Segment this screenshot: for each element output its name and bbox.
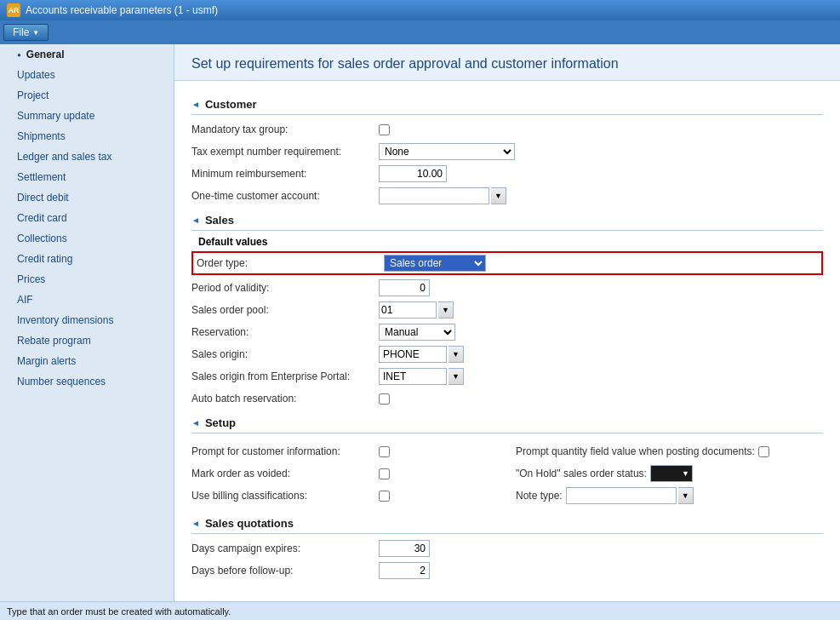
- file-menu-button[interactable]: File ▼: [3, 24, 49, 41]
- sidebar-item-general[interactable]: General: [0, 44, 174, 65]
- sales-quotations-collapse-icon[interactable]: ◄: [191, 519, 200, 528]
- sidebar-item-ledger-sales-tax[interactable]: Ledger and sales tax: [0, 146, 174, 167]
- sales-origin-row: Sales origin: ▼: [191, 345, 823, 364]
- period-validity-input[interactable]: [379, 279, 430, 296]
- order-type-row: Order type: Sales order Journal Subscrip…: [191, 251, 823, 275]
- days-campaign-expires-input[interactable]: [379, 540, 430, 557]
- one-time-customer-dropdown-btn[interactable]: ▼: [491, 187, 506, 204]
- sidebar-item-label: Project: [17, 89, 49, 101]
- sales-order-pool-input[interactable]: [379, 301, 437, 319]
- mark-order-voided-checkbox[interactable]: [379, 468, 390, 479]
- sidebar-item-credit-rating[interactable]: Credit rating: [0, 249, 174, 269]
- prompt-customer-info-row: Prompt for customer information:: [191, 442, 499, 461]
- note-type-input[interactable]: [566, 487, 677, 504]
- sidebar-item-label: Credit rating: [17, 253, 72, 265]
- on-hold-status-control: ▼: [650, 465, 693, 482]
- sidebar-item-aif[interactable]: AIF: [0, 290, 174, 310]
- sidebar-item-collections[interactable]: Collections: [0, 228, 174, 249]
- title-bar: AR Accounts receivable parameters (1 - u…: [0, 0, 840, 20]
- note-type-dropdown-btn[interactable]: ▼: [678, 487, 694, 504]
- prompt-quantity-row: Prompt quantity field value when posting…: [516, 442, 823, 461]
- sidebar-item-prices[interactable]: Prices: [0, 269, 174, 290]
- period-validity-control: [379, 279, 430, 296]
- prompt-customer-info-control: [379, 446, 390, 457]
- prompt-customer-info-checkbox[interactable]: [379, 446, 390, 457]
- days-before-followup-input[interactable]: [379, 562, 430, 579]
- mandatory-tax-group-label: Mandatory tax group:: [191, 123, 379, 135]
- sidebar-item-label: Summary update: [17, 110, 94, 122]
- one-time-customer-label: One-time customer account:: [191, 190, 379, 202]
- days-before-followup-row: Days before follow-up:: [191, 561, 823, 580]
- setup-two-col: Prompt for customer information: Mark or…: [191, 439, 823, 508]
- tax-exempt-select[interactable]: None Required Optional: [379, 143, 515, 160]
- use-billing-class-checkbox[interactable]: [379, 491, 390, 502]
- collapse-icon[interactable]: ◄: [191, 100, 200, 109]
- sales-order-pool-dropdown-btn[interactable]: ▼: [438, 301, 454, 319]
- mandatory-tax-group-checkbox[interactable]: [379, 124, 390, 135]
- sidebar-item-direct-debit[interactable]: Direct debit: [0, 187, 174, 208]
- sales-origin-portal-dropdown-btn[interactable]: ▼: [449, 368, 464, 385]
- note-type-label: Note type:: [516, 490, 563, 502]
- sidebar-item-summary-update[interactable]: Summary update: [0, 106, 174, 126]
- sidebar-item-label: Updates: [17, 69, 55, 81]
- sales-origin-dropdown-btn[interactable]: ▼: [449, 346, 464, 363]
- min-reimbursement-input[interactable]: [379, 165, 447, 182]
- use-billing-class-row: Use billing classifications:: [191, 486, 499, 505]
- sales-origin-portal-row: Sales origin from Enterprise Portal: ▼: [191, 367, 823, 386]
- order-type-label: Order type:: [197, 257, 384, 269]
- sidebar-item-number-sequences[interactable]: Number sequences: [0, 371, 174, 392]
- period-validity-label: Period of validity:: [191, 282, 379, 294]
- tax-exempt-label: Tax exempt number requirement:: [191, 146, 379, 158]
- app-container: General Updates Project Summary update S…: [0, 44, 840, 601]
- tax-exempt-row: Tax exempt number requirement: None Requ…: [191, 142, 823, 161]
- min-reimbursement-row: Minimum reimbursement:: [191, 164, 823, 183]
- days-campaign-expires-row: Days campaign expires:: [191, 539, 823, 558]
- main-content: Set up requirements for sales order appr…: [174, 44, 840, 601]
- min-reimbursement-label: Minimum reimbursement:: [191, 168, 379, 180]
- status-bar: Type that an order must be created with …: [0, 601, 840, 620]
- auto-batch-reservation-row: Auto batch reservation:: [191, 389, 823, 408]
- mark-order-voided-label: Mark order as voided:: [191, 468, 379, 479]
- sales-collapse-icon[interactable]: ◄: [191, 215, 200, 225]
- sidebar-item-updates[interactable]: Updates: [0, 65, 174, 85]
- sidebar: General Updates Project Summary update S…: [0, 44, 174, 601]
- one-time-customer-row: One-time customer account: ▼: [191, 187, 823, 205]
- sidebar-item-label: Rebate program: [17, 335, 91, 347]
- sidebar-item-label: Prices: [17, 273, 45, 285]
- sidebar-item-settlement[interactable]: Settlement: [0, 167, 174, 187]
- reservation-select[interactable]: Manual Automatic: [379, 324, 455, 341]
- sidebar-item-margin-alerts[interactable]: Margin alerts: [0, 351, 174, 371]
- setup-collapse-icon[interactable]: ◄: [191, 418, 200, 428]
- one-time-customer-control: ▼: [379, 187, 506, 204]
- sidebar-item-project[interactable]: Project: [0, 85, 174, 106]
- sales-origin-portal-label: Sales origin from Enterprise Portal:: [191, 370, 379, 382]
- order-type-select[interactable]: Sales order Journal Subscription: [384, 255, 486, 272]
- sidebar-item-shipments[interactable]: Shipments: [0, 126, 174, 146]
- setup-right-col: Prompt quantity field value when posting…: [516, 439, 823, 508]
- use-billing-class-label: Use billing classifications:: [191, 490, 379, 502]
- period-validity-row: Period of validity:: [191, 278, 823, 297]
- prompt-quantity-checkbox[interactable]: [758, 446, 769, 457]
- sidebar-item-label: Ledger and sales tax: [17, 151, 111, 163]
- sidebar-item-credit-card[interactable]: Credit card: [0, 208, 174, 228]
- setup-section-header: ◄ Setup: [191, 416, 823, 433]
- auto-batch-reservation-checkbox[interactable]: [379, 393, 390, 405]
- mandatory-tax-group-row: Mandatory tax group:: [191, 120, 823, 139]
- one-time-customer-input[interactable]: [379, 187, 489, 204]
- sidebar-item-inventory-dimensions[interactable]: Inventory dimensions: [0, 310, 174, 330]
- customer-section-header: ◄ Customer: [191, 98, 823, 115]
- days-before-followup-control: [379, 562, 430, 579]
- reservation-row: Reservation: Manual Automatic: [191, 323, 823, 342]
- prompt-quantity-control: [758, 446, 769, 457]
- on-hold-status-dropdown[interactable]: ▼: [650, 465, 693, 482]
- sales-origin-portal-input[interactable]: [379, 368, 447, 385]
- sidebar-item-rebate-program[interactable]: Rebate program: [0, 330, 174, 351]
- sales-origin-label: Sales origin:: [191, 348, 379, 360]
- sales-quotations-section-header: ◄ Sales quotations: [191, 517, 823, 534]
- auto-batch-reservation-control: [379, 393, 390, 405]
- app-icon: AR: [7, 3, 20, 17]
- note-type-control: ▼: [566, 487, 694, 504]
- setup-left-col: Prompt for customer information: Mark or…: [191, 439, 499, 508]
- menu-bar: File ▼: [0, 20, 840, 44]
- sales-origin-input[interactable]: [379, 346, 447, 363]
